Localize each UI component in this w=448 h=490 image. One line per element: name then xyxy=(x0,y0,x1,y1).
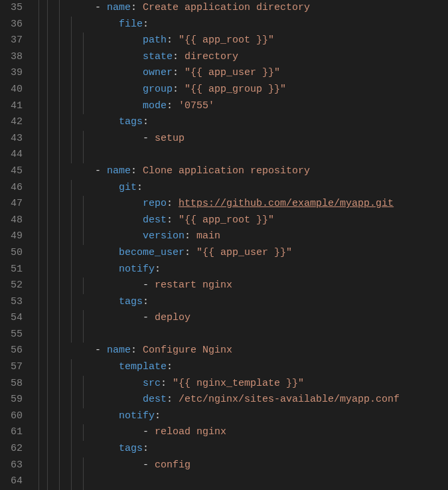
code-line[interactable]: - reload nginx xyxy=(47,424,448,441)
token-colon: : xyxy=(143,116,149,127)
code-line[interactable] xyxy=(47,327,448,343)
line-number: 49 xyxy=(7,228,23,245)
token-colon: : xyxy=(155,410,161,422)
line-number: 63 xyxy=(7,457,23,474)
token-colon: : xyxy=(173,51,185,62)
code-editor[interactable]: 3536373839404142434445464748495051525354… xyxy=(0,0,448,490)
line-number: 54 xyxy=(7,310,23,327)
token-key: tags xyxy=(119,116,143,127)
code-line[interactable]: version: main xyxy=(47,228,448,245)
token-value: directory xyxy=(185,51,238,62)
token-value: reload nginx xyxy=(155,426,226,438)
line-number: 43 xyxy=(7,131,23,147)
token-colon: : xyxy=(167,100,179,112)
line-number: 39 xyxy=(7,65,23,82)
token-url: https://github.com/example/myapp.git xyxy=(179,198,394,209)
code-line[interactable]: path: "{{ app_root }}" xyxy=(47,33,448,49)
code-line[interactable]: notify: xyxy=(47,408,448,425)
token-value: setup xyxy=(155,133,185,144)
fold-column xyxy=(35,0,46,490)
line-number: 37 xyxy=(7,33,23,49)
line-number: 59 xyxy=(7,392,23,408)
code-line[interactable]: git: xyxy=(47,180,448,197)
line-number: 61 xyxy=(7,424,23,441)
code-line[interactable]: tags: xyxy=(47,441,448,457)
token-key: version xyxy=(143,230,185,242)
line-number: 48 xyxy=(7,212,23,229)
token-value: Create application directory xyxy=(143,2,310,13)
token-string: "{{ app_user }}" xyxy=(196,247,292,258)
token-key: become_user xyxy=(119,247,185,258)
code-area[interactable]: - name: Create application directory fil… xyxy=(46,0,448,490)
token-key: notify xyxy=(119,410,155,422)
token-colon: : xyxy=(167,214,179,226)
line-number: 36 xyxy=(7,17,23,33)
line-number: 38 xyxy=(7,49,23,66)
token-colon: : xyxy=(185,247,196,258)
token-key: owner xyxy=(143,67,173,78)
line-number: 62 xyxy=(7,441,23,457)
token-value: Configure Nginx xyxy=(143,345,232,356)
token-key: tags xyxy=(119,443,143,454)
code-line[interactable]: - config xyxy=(47,457,448,474)
token-key: src xyxy=(143,378,161,389)
code-line[interactable]: - name: Clone application repository xyxy=(47,163,448,180)
token-colon: : xyxy=(131,2,143,13)
code-line[interactable]: - deploy xyxy=(47,310,448,327)
token-colon: : xyxy=(167,198,179,209)
code-line[interactable]: repo: https://github.com/example/myapp.g… xyxy=(47,196,448,212)
code-line[interactable]: file: xyxy=(47,17,448,33)
code-line[interactable]: mode: '0755' xyxy=(47,98,448,115)
token-value: restart nginx xyxy=(155,280,232,291)
code-line[interactable]: dest: /etc/nginx/sites-available/myapp.c… xyxy=(47,392,448,408)
code-line[interactable]: become_user: "{{ app_user }}" xyxy=(47,245,448,262)
code-line[interactable]: group: "{{ app_group }}" xyxy=(47,82,448,98)
token-string: '0755' xyxy=(179,100,214,112)
code-line[interactable]: state: directory xyxy=(47,49,448,66)
token-key: group xyxy=(143,84,173,95)
token-colon: : xyxy=(155,264,161,275)
token-string: "{{ app_root }}" xyxy=(179,35,274,46)
code-line[interactable]: - name: Configure Nginx xyxy=(47,343,448,359)
code-line[interactable]: dest: "{{ app_root }}" xyxy=(47,212,448,229)
code-line[interactable]: - restart nginx xyxy=(47,278,448,294)
token-value: deploy xyxy=(155,312,190,323)
token-key: name xyxy=(107,345,131,356)
token-colon: : xyxy=(167,361,173,372)
token-colon: : xyxy=(143,443,149,454)
code-line[interactable]: notify: xyxy=(47,262,448,278)
line-number: 55 xyxy=(7,327,23,343)
code-line[interactable]: - setup xyxy=(47,131,448,147)
line-number: 44 xyxy=(7,147,23,163)
token-string: "{{ app_user }}" xyxy=(185,67,280,78)
line-number: 47 xyxy=(7,196,23,212)
token-key: dest xyxy=(143,214,167,226)
token-colon: : xyxy=(167,35,179,46)
token-colon: : xyxy=(143,296,149,307)
token-value: config xyxy=(155,459,190,471)
token-colon: : xyxy=(143,19,149,30)
token-colon: : xyxy=(131,345,143,356)
token-colon: : xyxy=(173,67,185,78)
code-line[interactable]: - name: Create application directory xyxy=(47,0,448,17)
line-number: 56 xyxy=(7,343,23,359)
token-string: "{{ nginx_template }}" xyxy=(173,378,304,389)
line-number: 60 xyxy=(7,408,23,425)
line-number: 64 xyxy=(7,473,23,490)
line-number-gutter: 3536373839404142434445464748495051525354… xyxy=(0,0,35,490)
code-line[interactable] xyxy=(47,473,448,490)
code-line[interactable]: owner: "{{ app_user }}" xyxy=(47,65,448,82)
token-colon: : xyxy=(131,165,143,177)
token-string: "{{ app_root }}" xyxy=(179,214,274,226)
token-key: name xyxy=(107,165,131,177)
code-line[interactable]: tags: xyxy=(47,114,448,131)
code-line[interactable]: template: xyxy=(47,359,448,376)
code-line[interactable] xyxy=(47,147,448,163)
token-key: dest xyxy=(143,394,167,405)
line-number: 57 xyxy=(7,359,23,376)
line-number: 52 xyxy=(7,278,23,294)
code-line[interactable]: src: "{{ nginx_template }}" xyxy=(47,376,448,392)
token-colon: : xyxy=(167,394,179,405)
code-line[interactable]: tags: xyxy=(47,294,448,311)
line-number: 51 xyxy=(7,262,23,278)
